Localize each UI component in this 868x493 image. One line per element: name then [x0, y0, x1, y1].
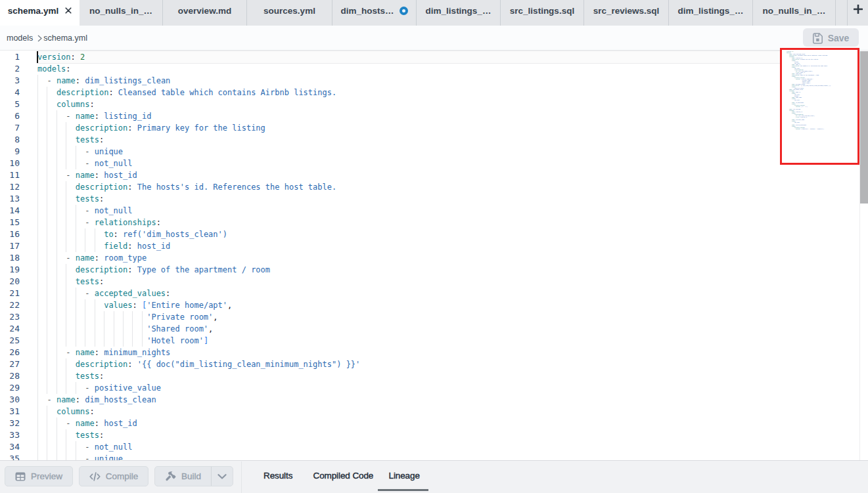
- breadcrumb-chevron-icon: [37, 35, 42, 42]
- line-number: 17: [0, 240, 20, 252]
- code-line: - name: dim_hosts_clean: [37, 394, 360, 406]
- line-number: 27: [0, 358, 20, 370]
- minimap-content: version: 2models: - name: dim_listings_c…: [787, 51, 831, 130]
- line-number: 12: [0, 181, 20, 193]
- line-number: 9: [0, 146, 20, 158]
- bottom-action-bar: Preview Compile Build: [0, 460, 868, 493]
- code-line: - name: host_id: [37, 169, 360, 181]
- code-line: - name: minimum_nights: [37, 347, 360, 358]
- code-line: values: ['positive', 'neutral', 'negativ…: [787, 128, 831, 129]
- line-number: 26: [0, 347, 20, 358]
- breadcrumb-item-schema.yml[interactable]: schema.yml: [43, 33, 87, 43]
- code-line: - relationships:: [37, 217, 360, 228]
- code-line: 'Private room',: [37, 311, 360, 323]
- tab-no-nulls-in-[interactable]: no_nulls_in_…: [80, 0, 163, 26]
- line-number: 33: [0, 429, 20, 441]
- code-line: description: Type of the apartment / roo…: [37, 264, 360, 276]
- code-content: version: 2models: - name: dim_listings_c…: [37, 51, 360, 460]
- tab-dim-hosts-[interactable]: dim_hosts…: [332, 0, 417, 26]
- tab-no-nulls-in-[interactable]: no_nulls_in_…: [753, 0, 836, 26]
- code-line: - positive_value: [37, 382, 360, 394]
- code-line: description: The hosts's id. References …: [37, 181, 360, 193]
- tab-label: src_reviews.sql: [593, 6, 660, 16]
- tab-label: overview.md: [178, 6, 231, 16]
- code-line: - not_null: [37, 158, 360, 169]
- tab-schema.yml[interactable]: schema.yml: [0, 0, 80, 26]
- line-number: 18: [0, 252, 20, 264]
- tab-src-listings.sql[interactable]: src_listings.sql: [501, 0, 584, 26]
- tab-dim-listings-[interactable]: dim_listings_…: [669, 0, 753, 26]
- tab-dim-listings-[interactable]: dim_listings_…: [417, 0, 501, 26]
- line-number: 7: [0, 122, 20, 134]
- line-number: 6: [0, 110, 20, 122]
- tab-label: no_nulls_in_…: [89, 6, 152, 16]
- line-number: 2: [0, 63, 20, 75]
- line-number: 14: [0, 205, 20, 217]
- tab-label: no_nulls_in_…: [762, 6, 825, 16]
- line-number: 31: [0, 406, 20, 418]
- code-line: field: host_id: [37, 240, 360, 252]
- save-button[interactable]: Save: [803, 28, 859, 47]
- line-number: 10: [0, 158, 20, 169]
- code-editor[interactable]: 1234567891011121314151617181920212223242…: [0, 51, 868, 460]
- line-number-gutter: 1234567891011121314151617181920212223242…: [0, 51, 20, 460]
- line-number: 1: [0, 51, 20, 63]
- bottom-tab-compiled-code[interactable]: Compiled Code: [313, 461, 374, 489]
- code-line: - accepted_values:: [37, 288, 360, 299]
- tab-sources.yml[interactable]: sources.yml: [247, 0, 332, 26]
- new-tab-icon[interactable]: [854, 5, 863, 14]
- line-number: 19: [0, 264, 20, 276]
- line-number: 32: [0, 418, 20, 429]
- line-number: 29: [0, 382, 20, 394]
- tab-overview.md[interactable]: overview.md: [163, 0, 247, 26]
- code-line: to: ref('dim_hosts_clean'): [37, 228, 360, 240]
- line-number: 15: [0, 217, 20, 228]
- code-line: 'Hotel room']: [37, 335, 360, 347]
- breadcrumb: modelsschema.yml: [7, 26, 87, 51]
- line-number: 25: [0, 335, 20, 347]
- code-line: - name: room_type: [37, 252, 360, 264]
- line-number: 24: [0, 323, 20, 335]
- bottom-tab-lineage[interactable]: Lineage: [389, 461, 420, 489]
- scrollbar-thumb[interactable]: [860, 51, 868, 204]
- line-number: 4: [0, 87, 20, 98]
- breadcrumb-item-models[interactable]: models: [7, 33, 33, 43]
- code-line: models:: [37, 63, 360, 75]
- tab-label: sources.yml: [263, 6, 315, 16]
- code-line: - name: dim_listings_clean: [37, 75, 360, 87]
- breadcrumb-bar: modelsschema.yml Save: [0, 26, 868, 51]
- line-number: 13: [0, 193, 20, 205]
- tab-label: src_listings.sql: [510, 6, 574, 16]
- tab-label: dim_listings_…: [426, 6, 491, 16]
- code-line: columns:: [37, 98, 360, 110]
- line-number: 20: [0, 276, 20, 288]
- code-line: tests:: [37, 134, 360, 146]
- line-number: 23: [0, 311, 20, 323]
- line-number: 11: [0, 169, 20, 181]
- close-tab-icon[interactable]: [65, 7, 72, 14]
- save-label: Save: [828, 33, 850, 43]
- tab-overflow-stub: [836, 0, 848, 26]
- minimap-viewport-box[interactable]: version: 2models: - name: dim_listings_c…: [780, 48, 859, 165]
- code-line: 'Shared room',: [37, 323, 360, 335]
- code-line: - not_null: [37, 205, 360, 217]
- line-number: 35: [0, 453, 20, 460]
- line-number: 5: [0, 98, 20, 110]
- code-line: description: Primary key for the listing: [37, 122, 360, 134]
- code-line: - not_null: [37, 441, 360, 453]
- modified-dot-icon: [400, 7, 408, 15]
- code-line: tests:: [37, 429, 360, 441]
- line-number: 28: [0, 370, 20, 382]
- line-number: 34: [0, 441, 20, 453]
- code-line: - unique: [37, 146, 360, 158]
- code-line: description: '{{ doc("dim_listing_clean_…: [37, 358, 360, 370]
- code-line: columns:: [37, 406, 360, 418]
- bottom-tab-results[interactable]: Results: [263, 461, 292, 489]
- tab-src-reviews.sql[interactable]: src_reviews.sql: [584, 0, 669, 26]
- new-tab-button[interactable]: [848, 0, 868, 26]
- code-line: - name: host_id: [37, 418, 360, 429]
- line-number: 8: [0, 134, 20, 146]
- line-number: 3: [0, 75, 20, 87]
- code-line: tests:: [37, 193, 360, 205]
- save-icon: [813, 33, 823, 44]
